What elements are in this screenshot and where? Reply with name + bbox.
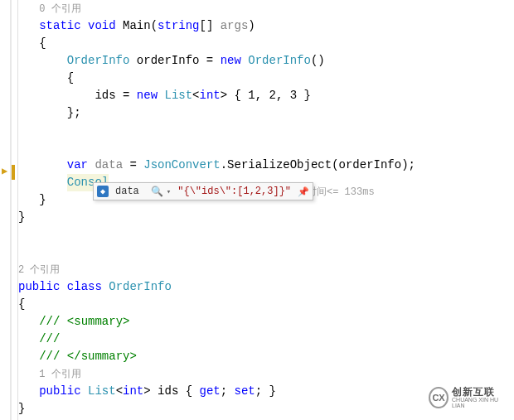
call-paren-open: ( (332, 158, 338, 171)
call-paren-close: ) (401, 158, 408, 171)
execution-marker (12, 165, 15, 180)
var-data: data (95, 158, 123, 171)
watermark-text-en: CHUANG XIN HU LIAN (452, 397, 507, 408)
type-orderinfo: OrderInfo (67, 54, 130, 67)
ctor-orderinfo: OrderInfo (248, 54, 311, 67)
watermark-text-cn: 创新互联 (452, 387, 507, 397)
angle-close: > (221, 89, 227, 102)
xml-doc-summary-body: /// (39, 332, 67, 345)
type-string: string (158, 19, 199, 32)
method-main: Main (123, 19, 151, 32)
method-serialize: SerializeObject (227, 158, 332, 171)
xml-doc-summary-close: /// </summary> (39, 350, 137, 363)
class-body-close: } (18, 402, 25, 415)
keyword-public2: public (39, 384, 80, 398)
editor-gutter[interactable]: ▶ (0, 0, 18, 420)
autoprop-close: } (262, 384, 276, 398)
pin-icon[interactable]: 📌 (294, 186, 313, 197)
keyword-class: class (67, 280, 102, 293)
datatip-value: "{\"ids\":[1,2,3]}" (174, 186, 294, 197)
type-jsonconvert: JsonConvert (143, 158, 220, 171)
semicolon2: ; (221, 384, 227, 398)
code-editor[interactable]: 0 个引用 static void Main(string[] args) { … (18, 0, 514, 420)
debug-datatip[interactable]: ◆ data 🔍 ▾ "{\"ids\":[1,2,3]}" 📌 (93, 182, 313, 200)
watermark-logo: CX 创新互联 CHUANG XIN HU LIAN (429, 387, 507, 413)
init-brace-close: }; (67, 106, 81, 119)
dropdown-icon[interactable]: ▾ (167, 187, 174, 196)
variable-icon: ◆ (97, 186, 109, 197)
type-list: List (164, 89, 192, 102)
angle-close2: > (143, 384, 150, 398)
keyword-new: new (221, 54, 241, 67)
datatip-variable-name: data (112, 186, 148, 197)
ctor-paren: () (311, 54, 325, 67)
brackets: [] (200, 19, 214, 32)
codelens-refs[interactable]: 0 个引用 (39, 3, 80, 15)
assign3: = (123, 158, 143, 171)
prop-ids: ids (95, 89, 115, 102)
assign: = (199, 54, 220, 67)
param-args: args (221, 19, 249, 32)
perf-op: <= (327, 186, 338, 198)
class-orderinfo: OrderInfo (109, 280, 172, 293)
keyword-get: get (200, 384, 221, 398)
autoprop-open: { (178, 384, 199, 398)
perf-ms: 133ms (345, 186, 375, 198)
arg-orderinfo: orderInfo (339, 158, 402, 171)
codelens-refs-class[interactable]: 2 个引用 (18, 264, 60, 276)
prop-ids-decl: ids (158, 384, 178, 398)
assign2: = (116, 89, 137, 102)
semicolon: ; (409, 158, 415, 171)
type-list2: List (88, 384, 116, 398)
keyword-var: var (67, 158, 88, 171)
keyword-static: static (39, 19, 80, 32)
search-icon[interactable]: 🔍 (148, 186, 167, 198)
dot: . (221, 158, 227, 171)
type-int: int (200, 89, 221, 102)
class-body-open: { (18, 297, 25, 311)
keyword-public: public (18, 280, 60, 293)
array-init: { 1, 2, 3 } (227, 89, 311, 102)
class-brace-close: } (18, 210, 25, 224)
watermark-badge: CX (429, 387, 449, 408)
angle-open: < (192, 89, 199, 102)
xml-doc-summary-open: /// <summary> (39, 315, 129, 328)
perf-tip[interactable]: 时间<= 133ms (307, 185, 375, 199)
keyword-void: void (88, 19, 116, 32)
keyword-set: set (235, 384, 255, 398)
paren-open: ( (151, 19, 158, 32)
execution-pointer-icon: ▶ (2, 165, 7, 177)
brace-open: { (39, 36, 46, 50)
codelens-refs-prop[interactable]: 1 个引用 (39, 369, 80, 380)
method-brace-close: } (39, 193, 46, 206)
angle-open2: < (116, 384, 123, 398)
semicolon3: ; (255, 384, 262, 398)
keyword-new2: new (137, 89, 158, 102)
var-orderinfo: orderInfo (137, 54, 200, 67)
init-brace-open: { (67, 71, 74, 84)
paren-close: ) (248, 19, 255, 32)
type-int2: int (123, 384, 143, 398)
